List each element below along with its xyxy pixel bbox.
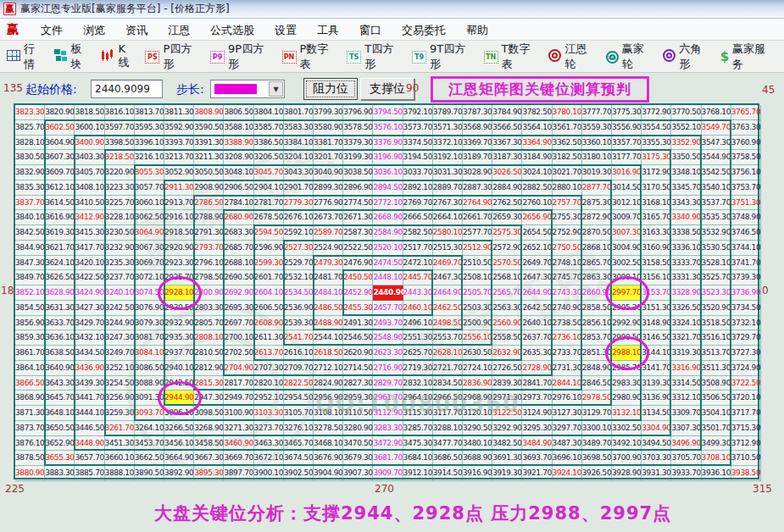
grid-cell: 3410.50: [75, 196, 104, 211]
grid-cell: 3326.50: [671, 301, 701, 316]
menu-item-公式选股[interactable]: 公式选股: [200, 21, 264, 39]
grid-cell: 2858.50: [582, 301, 612, 316]
toolbar-button-label: 行情: [24, 42, 43, 72]
grid-cell: 2968.90: [463, 391, 492, 406]
grid-cell: 3768.10: [702, 105, 731, 120]
grid-cell: 2839.30: [492, 376, 522, 391]
grid-cell: 3811.30: [164, 105, 194, 120]
grid-cell: 2541.70: [284, 330, 314, 346]
toolbar-button-赢家服务[interactable]: $赢家服务: [720, 42, 773, 72]
toolbar-button-T四方形[interactable]: TST四方形: [347, 42, 401, 72]
grid-cell: 3844.90: [15, 241, 45, 256]
grid-cell: 2793.70: [194, 241, 224, 256]
grid-cell: 3403.30: [75, 150, 104, 165]
grid-cell: 2462.50: [433, 301, 463, 316]
grid-cell: 3806.50: [224, 105, 253, 120]
grid-cell: 3648.10: [45, 406, 75, 421]
grid-cell: 3878.50: [15, 451, 45, 466]
menu-item-资讯[interactable]: 资讯: [115, 21, 158, 39]
grid-cell: 3835.30: [15, 180, 45, 196]
grid-cell: 3463.30: [254, 436, 284, 452]
grid-cell: 3278.50: [314, 421, 343, 436]
grid-cell: 3919.30: [492, 466, 522, 481]
grid-cell: 2755.30: [553, 210, 582, 225]
grid-cell: 3456.10: [164, 436, 194, 452]
grid-cell: 3432.10: [75, 330, 104, 346]
grid-cell: 3393.70: [164, 136, 194, 151]
toolbar-button-P四方形[interactable]: PSP四方形: [145, 42, 199, 72]
grid-cell: 3316.90: [671, 361, 701, 376]
menu-item-窗口[interactable]: 窗口: [349, 21, 392, 39]
grid-cell: 3828.10: [15, 136, 45, 151]
grid-cell: 3708.10: [702, 451, 731, 466]
grid-cell: 3067.30: [135, 241, 164, 256]
grid-cell: 3021.70: [553, 165, 582, 180]
toolbar-button-江恩轮[interactable]: 江恩轮: [548, 42, 594, 72]
grid-cell: 2508.10: [463, 270, 492, 285]
menu-item-交易委托[interactable]: 交易委托: [392, 21, 456, 39]
grid-cell: 3525.70: [702, 270, 731, 285]
grid-cell: 2846.50: [582, 376, 612, 391]
grid-cell: 2520.10: [373, 241, 403, 256]
toolbar-button-T数字表[interactable]: TNT数字表: [484, 42, 538, 72]
grid-cell: 2580.10: [433, 225, 463, 241]
grid-cell: 3885.70: [75, 466, 104, 481]
grid-cell: 2976.10: [553, 391, 582, 406]
grid-cell: 2469.70: [433, 256, 463, 271]
grid-cell: 3549.70: [702, 120, 731, 136]
grid-cell: 3297.70: [553, 421, 582, 436]
menu-logo-icon: 赢: [7, 22, 19, 37]
grid-cell: 2570.50: [492, 256, 522, 271]
app-logo-icon: 赢: [3, 3, 16, 15]
grid-cell: 3820.90: [45, 105, 75, 120]
grid-cell: 2683.30: [224, 225, 253, 241]
grid-cell: 2452.90: [343, 285, 373, 301]
grid-cell: 3511.30: [702, 361, 731, 376]
grid-cell: 2724.10: [463, 361, 492, 376]
resistance-button[interactable]: 阻力位: [303, 78, 358, 100]
toolbar-button-9P四方形[interactable]: P99P四方形: [210, 42, 270, 72]
grid-cell: 3631.30: [45, 301, 75, 316]
grid-cell: 3160.90: [642, 241, 671, 256]
grid-cell: 2604.10: [254, 285, 284, 301]
tn-table-icon: TN: [484, 49, 498, 64]
grid-cell: 3220.90: [105, 165, 135, 180]
menu-item-江恩[interactable]: 江恩: [158, 21, 200, 39]
menu-item-浏览[interactable]: 浏览: [73, 21, 115, 39]
toolbar-button-9T四方形[interactable]: T99T四方形: [412, 42, 473, 72]
toolbar-button-P数字表[interactable]: PNP数字表: [282, 42, 336, 72]
toolbar-button-行情[interactable]: 行情: [7, 42, 43, 72]
grid-cell: 2815.30: [194, 376, 224, 391]
grid-cell: 3727.30: [731, 346, 761, 361]
menu-item-文件[interactable]: 文件: [31, 21, 73, 39]
grid-cell: 2776.90: [314, 196, 343, 211]
chevron-down-icon[interactable]: ▼: [269, 81, 283, 97]
toolbar-button-赢家轮[interactable]: Big赢家轮: [606, 42, 652, 72]
grid-cell: 3007.30: [612, 225, 642, 241]
step-dropdown[interactable]: ▼: [210, 80, 285, 98]
grid-cell: 3914.50: [433, 466, 463, 481]
grid-cell: 3448.90: [75, 436, 104, 452]
grid-cell: 3734.50: [731, 301, 761, 316]
grid-cell: 2952.10: [254, 391, 284, 406]
grid-cell: 2671.30: [343, 210, 373, 225]
grid-cell: 3600.10: [75, 120, 104, 136]
start-price-input[interactable]: [91, 80, 163, 98]
step-color-swatch: [214, 84, 257, 94]
menu-item-设置[interactable]: 设置: [264, 21, 307, 39]
grid-cell: 3832.90: [15, 165, 45, 180]
grid-cell: 3312.10: [671, 391, 701, 406]
toolbar-button-板块[interactable]: 板块: [54, 42, 90, 72]
grid-cell: 3933.70: [671, 466, 701, 481]
toolbar-button-K线[interactable]: K线: [101, 42, 134, 70]
grid-cell: 3552.10: [671, 120, 701, 136]
grid-cell: 3283.30: [373, 421, 403, 436]
grid-cell: 2450.50: [343, 270, 373, 285]
toolbar-button-六角形[interactable]: 六角形: [663, 42, 709, 72]
grid-cell: 2544.10: [314, 330, 343, 346]
menu-item-帮助[interactable]: 帮助: [456, 21, 498, 39]
grid-cell: 2908.90: [194, 180, 224, 196]
grid-cell: 3242.50: [105, 301, 135, 316]
menu-item-工具[interactable]: 工具: [307, 21, 349, 39]
grid-cell: 2697.70: [224, 316, 253, 331]
